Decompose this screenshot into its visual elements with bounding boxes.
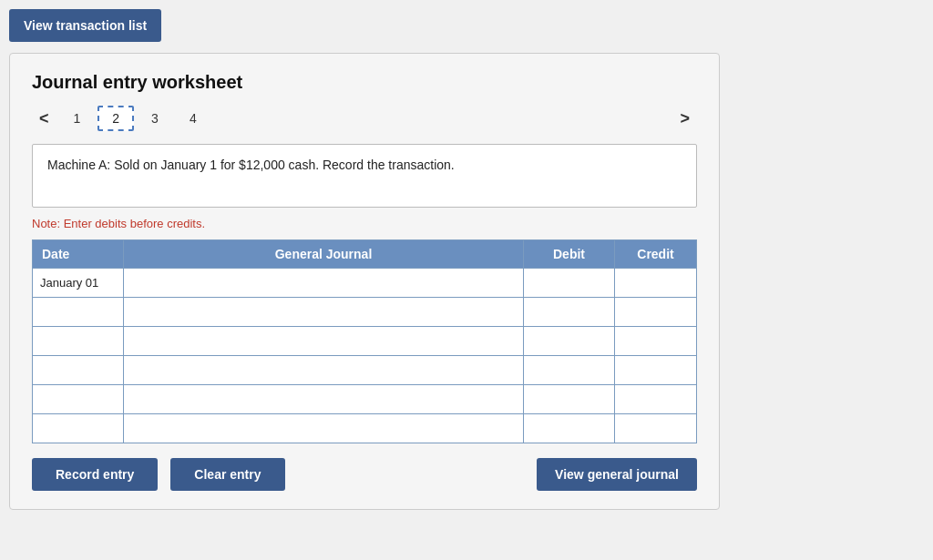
worksheet-title: Journal entry worksheet — [32, 72, 697, 93]
row-6-credit-cell — [615, 414, 697, 443]
row-6-credit-input[interactable] — [615, 414, 696, 443]
view-general-journal-button[interactable]: View general journal — [537, 458, 697, 491]
row-3-date — [33, 327, 124, 356]
note-text: Note: Enter debits before credits. — [32, 217, 697, 230]
record-entry-button[interactable]: Record entry — [32, 458, 158, 491]
header-date: Date — [33, 240, 124, 269]
row-1-journal-input[interactable] — [124, 269, 523, 297]
tab-1[interactable]: 1 — [60, 107, 95, 130]
row-5-debit-cell — [524, 385, 615, 414]
table-row — [33, 385, 697, 414]
row-1-credit-input[interactable] — [615, 269, 696, 297]
row-3-journal-input[interactable] — [124, 327, 523, 355]
row-6-debit-input[interactable] — [524, 414, 614, 443]
row-6-journal-input[interactable] — [124, 414, 523, 443]
tab-next-button[interactable]: > — [672, 107, 697, 130]
tab-prev-button[interactable]: < — [32, 107, 56, 130]
row-4-debit-input[interactable] — [524, 356, 614, 384]
row-5-credit-cell — [615, 385, 697, 414]
tab-2[interactable]: 2 — [97, 106, 134, 131]
row-4-journal-cell — [124, 356, 524, 385]
row-2-credit-cell — [615, 298, 697, 327]
row-5-journal-cell — [124, 385, 524, 414]
header-credit: Credit — [615, 240, 697, 269]
row-3-debit-input[interactable] — [524, 327, 614, 355]
row-2-journal-input[interactable] — [124, 298, 523, 326]
tab-4[interactable]: 4 — [176, 107, 210, 130]
row-2-debit-input[interactable] — [524, 298, 614, 326]
row-4-debit-cell — [524, 356, 615, 385]
row-1-debit-input[interactable] — [524, 269, 614, 297]
top-bar: View transaction list — [9, 9, 924, 42]
row-4-credit-input[interactable] — [615, 356, 696, 384]
header-debit: Debit — [524, 240, 615, 269]
row-4-credit-cell — [615, 356, 697, 385]
table-row — [33, 298, 697, 327]
row-1-date: January 01 — [33, 269, 124, 298]
row-5-journal-input[interactable] — [124, 385, 523, 413]
row-6-date — [33, 414, 124, 443]
row-1-debit-cell — [524, 269, 615, 298]
row-2-credit-input[interactable] — [615, 298, 696, 326]
row-5-debit-input[interactable] — [524, 385, 614, 413]
row-2-debit-cell — [524, 298, 615, 327]
table-row — [33, 327, 697, 356]
row-3-debit-cell — [524, 327, 615, 356]
row-3-credit-input[interactable] — [615, 327, 696, 355]
row-1-journal-cell — [124, 269, 524, 298]
table-row — [33, 414, 697, 443]
worksheet-container: Journal entry worksheet < 1 2 3 4 > Mach… — [9, 53, 720, 510]
row-3-credit-cell — [615, 327, 697, 356]
row-6-journal-cell — [124, 414, 524, 443]
clear-entry-button[interactable]: Clear entry — [170, 458, 284, 491]
row-2-date — [33, 298, 124, 327]
table-row — [33, 356, 697, 385]
tab-3[interactable]: 3 — [138, 107, 172, 130]
table-row: January 01 — [33, 269, 697, 298]
buttons-row: Record entry Clear entry View general jo… — [32, 458, 697, 491]
row-1-credit-cell — [615, 269, 697, 298]
row-5-date — [33, 385, 124, 414]
row-4-journal-input[interactable] — [124, 356, 523, 384]
row-6-debit-cell — [524, 414, 615, 443]
view-transaction-list-button[interactable]: View transaction list — [9, 9, 161, 42]
row-5-credit-input[interactable] — [615, 385, 696, 413]
header-general-journal: General Journal — [124, 240, 524, 269]
row-2-journal-cell — [124, 298, 524, 327]
journal-table: Date General Journal Debit Credit Januar… — [32, 239, 697, 443]
row-4-date — [33, 356, 124, 385]
row-3-journal-cell — [124, 327, 524, 356]
tabs-row: < 1 2 3 4 > — [32, 106, 697, 131]
transaction-description: Machine A: Sold on January 1 for $12,000… — [32, 144, 697, 208]
